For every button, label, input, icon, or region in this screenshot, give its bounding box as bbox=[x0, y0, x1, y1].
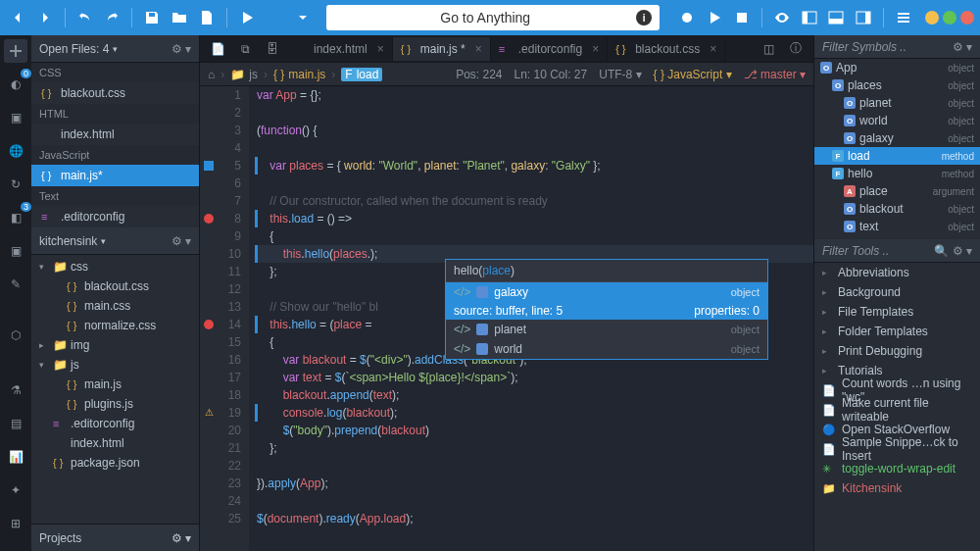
brush-icon[interactable]: ✎ bbox=[4, 273, 27, 296]
notifications-icon[interactable]: ◐ bbox=[4, 73, 27, 96]
open-button[interactable] bbox=[168, 4, 191, 31]
symbol-item[interactable]: Oplanetobject bbox=[814, 94, 980, 112]
dropdown-button[interactable] bbox=[291, 4, 315, 31]
info-icon[interactable]: ⓘ bbox=[782, 35, 809, 63]
autocomplete-item[interactable]: </>galaxyobject bbox=[446, 282, 767, 302]
layout-right-button[interactable] bbox=[852, 4, 875, 31]
symbol-item[interactable]: Ogalaxyobject bbox=[814, 129, 980, 147]
breadcrumb-symbol[interactable]: F load bbox=[341, 68, 382, 81]
project-header[interactable]: kitchensink ▾ ⚙ ▾ bbox=[31, 227, 199, 255]
tool-item[interactable]: 📁Kitchensink bbox=[814, 478, 980, 498]
tree-file[interactable]: { }normalize.css bbox=[31, 316, 199, 335]
save-button[interactable] bbox=[140, 4, 164, 31]
symbols-filter[interactable]: Filter Symbols .. ⚙ ▾ bbox=[814, 35, 980, 59]
editor-tab[interactable]: index.html× bbox=[286, 37, 393, 61]
gear-icon[interactable]: ⚙ ▾ bbox=[172, 42, 191, 56]
database-icon[interactable]: 🗄 bbox=[259, 35, 286, 63]
tools-filter[interactable]: Filter Tools .. 🔍 ⚙ ▾ bbox=[814, 239, 980, 263]
gear-icon[interactable]: ⚙ ▾ bbox=[172, 234, 191, 248]
back-button[interactable] bbox=[6, 4, 29, 31]
minimize-button[interactable] bbox=[925, 11, 939, 25]
maximize-button[interactable] bbox=[943, 11, 956, 25]
symbol-item[interactable]: Aplaceargument bbox=[814, 182, 980, 200]
close-icon[interactable]: × bbox=[377, 42, 384, 56]
autocomplete-item[interactable]: </>worldobject bbox=[446, 339, 767, 359]
chart-icon[interactable]: 📊 bbox=[4, 445, 27, 469]
menu-button[interactable] bbox=[892, 4, 915, 31]
tree-file[interactable]: { }plugins.js bbox=[31, 394, 199, 414]
projects-header[interactable]: Projects ⚙ ▾ bbox=[31, 524, 199, 551]
new-file-button[interactable] bbox=[195, 4, 219, 31]
tool-item[interactable]: ✳toggle-word-wrap-edit bbox=[814, 459, 980, 478]
globe-icon[interactable]: 🌐 bbox=[4, 139, 27, 163]
search-gear-icon[interactable]: 🔍 ⚙ ▾ bbox=[934, 244, 972, 258]
gear-icon[interactable]: ⚙ ▾ bbox=[953, 40, 972, 54]
tree-file[interactable]: { }package.json bbox=[31, 453, 199, 473]
open-file-item[interactable]: ≡.editorconfig bbox=[31, 206, 199, 227]
tree-folder[interactable]: ▸📁img bbox=[31, 335, 199, 355]
undo-button[interactable] bbox=[74, 4, 97, 31]
play-button[interactable] bbox=[235, 4, 259, 31]
tree-file[interactable]: index.html bbox=[31, 433, 199, 453]
panel-icon[interactable]: ▣ bbox=[4, 239, 27, 263]
editor-tab[interactable]: { }main.js *× bbox=[393, 37, 491, 61]
tree-file[interactable]: ≡.editorconfig bbox=[31, 414, 199, 433]
code-editor[interactable]: ⚠ 12345678910111213141516171819202122232… bbox=[200, 86, 813, 551]
open-file-item[interactable]: index.html bbox=[31, 124, 199, 145]
tool-category[interactable]: ▸Folder Templates bbox=[814, 322, 980, 341]
flask-icon[interactable]: ⚗ bbox=[4, 378, 27, 402]
add-icon[interactable] bbox=[4, 39, 27, 63]
close-icon[interactable]: × bbox=[592, 42, 599, 56]
open-files-header[interactable]: Open Files: 4 ▾ ⚙ ▾ bbox=[31, 35, 199, 63]
record-button[interactable] bbox=[675, 4, 699, 31]
close-icon[interactable]: × bbox=[710, 42, 716, 56]
breadcrumb-folder[interactable]: 📁 js bbox=[230, 68, 258, 81]
macro-play-button[interactable] bbox=[703, 4, 726, 31]
file-icon[interactable]: 📄 bbox=[204, 35, 231, 63]
close-button[interactable] bbox=[960, 11, 974, 25]
tree-file[interactable]: { }blackout.css bbox=[31, 276, 199, 296]
tool-category[interactable]: ▸Abbreviations bbox=[814, 263, 980, 282]
split-icon[interactable]: ◫ bbox=[755, 35, 782, 63]
tree-folder[interactable]: ▾📁js bbox=[31, 355, 199, 375]
tree-file[interactable]: { }main.js bbox=[31, 375, 199, 394]
tool-item[interactable]: 📄Make current file writeable bbox=[814, 400, 980, 420]
stop-button[interactable] bbox=[730, 4, 754, 31]
symbol-item[interactable]: Oworldobject bbox=[814, 112, 980, 129]
status-encoding[interactable]: UTF-8 ▾ bbox=[599, 68, 641, 81]
layout-bottom-button[interactable] bbox=[825, 4, 849, 31]
star-icon[interactable]: ✦ bbox=[4, 478, 27, 502]
symbol-item[interactable]: Floadmethod bbox=[814, 147, 980, 165]
preview-button[interactable] bbox=[770, 4, 794, 31]
status-language[interactable]: { } JavaScript ▾ bbox=[654, 68, 732, 81]
tool-item[interactable]: 📄Sample Snippe…ck to Insert bbox=[814, 439, 980, 459]
refresh-icon[interactable]: ↻ bbox=[4, 173, 27, 196]
grid-icon[interactable]: ⊞ bbox=[4, 512, 27, 535]
editor-tab[interactable]: { }blackout.css× bbox=[608, 37, 725, 61]
redo-button[interactable] bbox=[101, 4, 124, 31]
home-icon[interactable]: ⌂ bbox=[208, 68, 215, 81]
layout-left-button[interactable] bbox=[798, 4, 821, 31]
share-icon[interactable]: ⬡ bbox=[4, 324, 27, 347]
tool-category[interactable]: ▸Background bbox=[814, 282, 980, 302]
forward-button[interactable] bbox=[33, 4, 57, 31]
tree-file[interactable]: { }main.css bbox=[31, 296, 199, 316]
tree-folder[interactable]: ▾📁css bbox=[31, 257, 199, 276]
open-file-item[interactable]: { }blackout.css bbox=[31, 82, 199, 104]
open-file-item[interactable]: { }main.js* bbox=[31, 165, 199, 186]
goto-anything-input[interactable]: Go to Anything i bbox=[326, 5, 660, 30]
tool-category[interactable]: ▸File Templates bbox=[814, 302, 980, 322]
gear-icon[interactable]: ⚙ ▾ bbox=[172, 531, 191, 545]
terminal-icon[interactable]: ▤ bbox=[4, 412, 27, 435]
symbol-item[interactable]: Fhellomethod bbox=[814, 165, 980, 182]
symbol-item[interactable]: Oblackoutobject bbox=[814, 200, 980, 218]
symbol-item[interactable]: Oplacesobject bbox=[814, 76, 980, 94]
autocomplete-tooltip[interactable]: hello(place)</>galaxyobjectsource: buffe… bbox=[445, 259, 768, 360]
symbol-item[interactable]: OAppobject bbox=[814, 59, 980, 76]
symbol-item[interactable]: Otextobject bbox=[814, 218, 980, 235]
status-branch[interactable]: ⎇ master ▾ bbox=[744, 68, 806, 81]
tool-category[interactable]: ▸Print Debugging bbox=[814, 341, 980, 361]
autocomplete-item[interactable]: </>planetobject bbox=[446, 320, 767, 339]
copy-icon[interactable]: ⧉ bbox=[231, 35, 259, 63]
editor-tab[interactable]: ≡.editorconfig× bbox=[491, 37, 608, 61]
